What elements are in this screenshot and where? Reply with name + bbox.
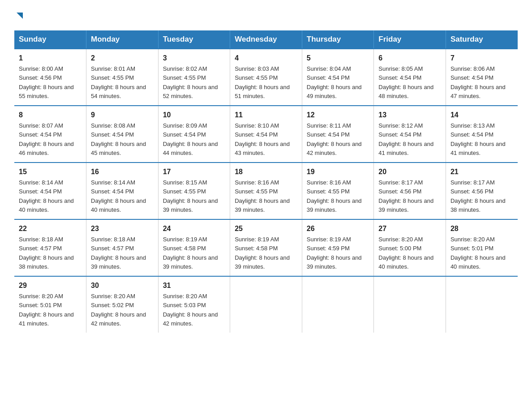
- day-info: Sunrise: 8:11 AMSunset: 4:54 PMDaylight:…: [307, 122, 362, 156]
- day-cell: 24 Sunrise: 8:19 AMSunset: 4:58 PMDaylig…: [158, 219, 230, 276]
- day-cell: 25 Sunrise: 8:19 AMSunset: 4:58 PMDaylig…: [230, 219, 302, 276]
- day-number: 18: [235, 167, 297, 177]
- day-info: Sunrise: 8:16 AMSunset: 4:55 PMDaylight:…: [235, 179, 290, 213]
- day-number: 19: [307, 167, 369, 177]
- day-number: 3: [163, 53, 226, 64]
- header-row: SundayMondayTuesdayWednesdayThursdayFrid…: [14, 30, 518, 49]
- day-info: Sunrise: 8:05 AMSunset: 4:54 PMDaylight:…: [378, 65, 433, 99]
- day-info: Sunrise: 8:00 AMSunset: 4:56 PMDaylight:…: [19, 65, 74, 99]
- day-info: Sunrise: 8:09 AMSunset: 4:54 PMDaylight:…: [163, 122, 218, 156]
- day-info: Sunrise: 8:19 AMSunset: 4:58 PMDaylight:…: [235, 236, 290, 270]
- week-row-2: 8 Sunrise: 8:07 AMSunset: 4:54 PMDayligh…: [14, 106, 518, 163]
- day-number: 6: [378, 53, 441, 64]
- day-number: 28: [450, 223, 513, 234]
- day-number: 13: [378, 110, 441, 120]
- day-info: Sunrise: 8:16 AMSunset: 4:55 PMDaylight:…: [307, 179, 362, 213]
- day-info: Sunrise: 8:15 AMSunset: 4:55 PMDaylight:…: [163, 179, 218, 213]
- day-cell: 22 Sunrise: 8:18 AMSunset: 4:57 PMDaylig…: [14, 219, 86, 276]
- day-number: 29: [19, 280, 82, 291]
- day-cell: 1 Sunrise: 8:00 AMSunset: 4:56 PMDayligh…: [14, 49, 86, 106]
- day-cell: 6 Sunrise: 8:05 AMSunset: 4:54 PMDayligh…: [374, 49, 446, 106]
- day-number: 12: [307, 110, 369, 120]
- svg-marker-0: [17, 13, 23, 19]
- day-cell: 11 Sunrise: 8:10 AMSunset: 4:54 PMDaylig…: [230, 106, 302, 163]
- day-info: Sunrise: 8:13 AMSunset: 4:54 PMDaylight:…: [450, 122, 506, 156]
- day-info: Sunrise: 8:20 AMSunset: 5:01 PMDaylight:…: [450, 236, 506, 270]
- day-cell: 23 Sunrise: 8:18 AMSunset: 4:57 PMDaylig…: [86, 219, 159, 276]
- day-info: Sunrise: 8:20 AMSunset: 5:01 PMDaylight:…: [19, 293, 74, 327]
- day-number: 1: [19, 53, 82, 64]
- day-info: Sunrise: 8:18 AMSunset: 4:57 PMDaylight:…: [19, 236, 74, 270]
- day-info: Sunrise: 8:14 AMSunset: 4:54 PMDaylight:…: [91, 179, 146, 213]
- header-sunday: Sunday: [14, 30, 86, 49]
- day-number: 17: [163, 167, 226, 177]
- day-number: 8: [19, 110, 82, 120]
- day-info: Sunrise: 8:19 AMSunset: 4:58 PMDaylight:…: [163, 236, 218, 270]
- header-tuesday: Tuesday: [158, 30, 230, 49]
- calendar-header: SundayMondayTuesdayWednesdayThursdayFrid…: [14, 30, 518, 49]
- day-number: 23: [91, 223, 154, 234]
- day-number: 10: [163, 110, 226, 120]
- header-monday: Monday: [86, 30, 159, 49]
- day-number: 14: [450, 110, 513, 120]
- day-number: 20: [378, 167, 441, 177]
- day-info: Sunrise: 8:04 AMSunset: 4:54 PMDaylight:…: [307, 65, 362, 99]
- day-cell: [230, 276, 302, 333]
- day-info: Sunrise: 8:06 AMSunset: 4:54 PMDaylight:…: [450, 65, 506, 99]
- day-number: 7: [450, 53, 513, 64]
- day-info: Sunrise: 8:20 AMSunset: 5:00 PMDaylight:…: [378, 236, 433, 270]
- day-info: Sunrise: 8:20 AMSunset: 5:02 PMDaylight:…: [91, 293, 146, 327]
- day-number: 5: [307, 53, 369, 64]
- week-row-1: 1 Sunrise: 8:00 AMSunset: 4:56 PMDayligh…: [14, 49, 518, 106]
- day-cell: 8 Sunrise: 8:07 AMSunset: 4:54 PMDayligh…: [14, 106, 86, 163]
- day-info: Sunrise: 8:01 AMSunset: 4:55 PMDaylight:…: [91, 65, 146, 99]
- day-info: Sunrise: 8:08 AMSunset: 4:54 PMDaylight:…: [91, 122, 146, 156]
- day-number: 27: [378, 223, 441, 234]
- day-number: 11: [235, 110, 297, 120]
- day-number: 24: [163, 223, 226, 234]
- day-number: 22: [19, 223, 82, 234]
- day-info: Sunrise: 8:20 AMSunset: 5:03 PMDaylight:…: [163, 293, 218, 327]
- day-cell: [302, 276, 374, 333]
- day-cell: 29 Sunrise: 8:20 AMSunset: 5:01 PMDaylig…: [14, 276, 86, 333]
- day-info: Sunrise: 8:03 AMSunset: 4:55 PMDaylight:…: [235, 65, 290, 99]
- day-info: Sunrise: 8:17 AMSunset: 4:56 PMDaylight:…: [378, 179, 433, 213]
- day-cell: 19 Sunrise: 8:16 AMSunset: 4:55 PMDaylig…: [302, 163, 374, 219]
- week-row-5: 29 Sunrise: 8:20 AMSunset: 5:01 PMDaylig…: [14, 276, 518, 333]
- logo: [14, 11, 25, 21]
- day-cell: 28 Sunrise: 8:20 AMSunset: 5:01 PMDaylig…: [446, 219, 518, 276]
- day-cell: 16 Sunrise: 8:14 AMSunset: 4:54 PMDaylig…: [86, 163, 159, 219]
- header-friday: Friday: [374, 30, 446, 49]
- day-cell: 20 Sunrise: 8:17 AMSunset: 4:56 PMDaylig…: [374, 163, 446, 219]
- day-cell: 5 Sunrise: 8:04 AMSunset: 4:54 PMDayligh…: [302, 49, 374, 106]
- logo-triangle-icon: [15, 11, 25, 21]
- page-header: [14, 11, 518, 21]
- calendar-table: SundayMondayTuesdayWednesdayThursdayFrid…: [14, 30, 518, 333]
- calendar-body: 1 Sunrise: 8:00 AMSunset: 4:56 PMDayligh…: [14, 49, 518, 333]
- day-cell: [374, 276, 446, 333]
- day-number: 4: [235, 53, 297, 64]
- day-cell: 12 Sunrise: 8:11 AMSunset: 4:54 PMDaylig…: [302, 106, 374, 163]
- day-cell: [446, 276, 518, 333]
- day-number: 9: [91, 110, 154, 120]
- day-cell: 31 Sunrise: 8:20 AMSunset: 5:03 PMDaylig…: [158, 276, 230, 333]
- header-thursday: Thursday: [302, 30, 374, 49]
- week-row-3: 15 Sunrise: 8:14 AMSunset: 4:54 PMDaylig…: [14, 163, 518, 219]
- day-cell: 10 Sunrise: 8:09 AMSunset: 4:54 PMDaylig…: [158, 106, 230, 163]
- day-info: Sunrise: 8:07 AMSunset: 4:54 PMDaylight:…: [19, 122, 74, 156]
- day-cell: 14 Sunrise: 8:13 AMSunset: 4:54 PMDaylig…: [446, 106, 518, 163]
- day-info: Sunrise: 8:14 AMSunset: 4:54 PMDaylight:…: [19, 179, 74, 213]
- day-number: 25: [235, 223, 297, 234]
- day-info: Sunrise: 8:19 AMSunset: 4:59 PMDaylight:…: [307, 236, 362, 270]
- day-cell: 4 Sunrise: 8:03 AMSunset: 4:55 PMDayligh…: [230, 49, 302, 106]
- day-info: Sunrise: 8:12 AMSunset: 4:54 PMDaylight:…: [378, 122, 433, 156]
- day-cell: 26 Sunrise: 8:19 AMSunset: 4:59 PMDaylig…: [302, 219, 374, 276]
- week-row-4: 22 Sunrise: 8:18 AMSunset: 4:57 PMDaylig…: [14, 219, 518, 276]
- day-info: Sunrise: 8:02 AMSunset: 4:55 PMDaylight:…: [163, 65, 218, 99]
- day-number: 30: [91, 280, 154, 291]
- day-cell: 17 Sunrise: 8:15 AMSunset: 4:55 PMDaylig…: [158, 163, 230, 219]
- day-number: 15: [19, 167, 82, 177]
- day-number: 2: [91, 53, 154, 64]
- day-info: Sunrise: 8:17 AMSunset: 4:56 PMDaylight:…: [450, 179, 506, 213]
- day-cell: 18 Sunrise: 8:16 AMSunset: 4:55 PMDaylig…: [230, 163, 302, 219]
